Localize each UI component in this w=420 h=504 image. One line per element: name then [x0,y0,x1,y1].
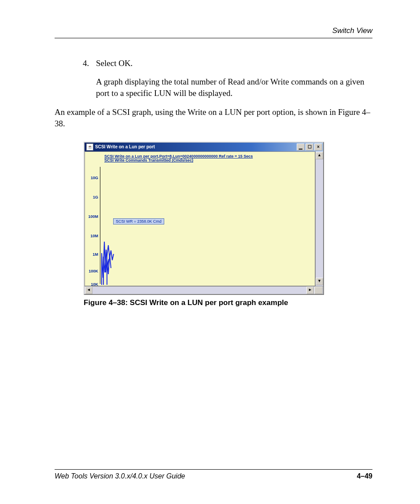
section-name: Switch View [55,26,372,35]
maximize-button[interactable]: ☐ [306,143,313,151]
figure-window: ☕ SCSI Write on a Lun per port ▁ ☐ × SCS… [84,142,324,295]
window-titlebar[interactable]: ☕ SCSI Write on a Lun per port ▁ ☐ × [85,143,323,151]
scsi-graph-window: ☕ SCSI Write on a Lun per port ▁ ☐ × SCS… [84,142,324,295]
vertical-scrollbar[interactable]: ▲ ▼ [315,151,323,286]
page-footer: Web Tools Version 3.0.x/4.0.x User Guide… [55,469,372,480]
step-text: Select OK. [96,59,133,68]
example-intro: An example of a SCSI graph, using the Wr… [55,107,372,129]
y-tick: 10K [86,282,98,286]
scrollbar-corner [314,287,323,294]
step-number: 4. [83,59,96,68]
y-axis-line [100,167,100,284]
chart-area: SCSI Write on a Lun per port,Port=8,Lun=… [85,151,315,286]
scroll-down-button[interactable]: ▼ [316,278,323,285]
figure-caption: Figure 4–38: SCSI Write on a LUN per por… [84,298,372,307]
y-tick: 1G [86,195,98,199]
horizontal-scrollbar[interactable]: ◄ ► [85,286,323,294]
scroll-left-button[interactable]: ◄ [85,287,92,294]
footer-page-number: 4–49 [357,472,372,480]
scroll-right-button[interactable]: ► [306,287,314,294]
y-tick: 100K [86,269,98,273]
minimize-button[interactable]: ▁ [297,143,305,151]
java-icon: ☕ [86,143,93,151]
footer-guide-title: Web Tools Version 3.0.x/4.0.x User Guide [55,472,357,480]
chart-subheader: SCSI Write on a Lun per port,Port=8,Lun=… [104,155,253,163]
scroll-up-button[interactable]: ▲ [316,152,323,159]
page-header: Switch View [55,26,372,38]
y-tick: 1M [86,252,98,257]
chart-sub-line2: SCSI Write Commands Transmitted (Cmds/se… [104,158,193,162]
close-button[interactable]: × [314,143,322,151]
chart-sub-line1: SCSI Write on a Lun per port,Port=8,Lun=… [104,154,253,158]
y-tick: 10G [86,176,98,180]
window-title: SCSI Write on a Lun per port [95,144,155,149]
chart-trace [101,167,136,286]
step-description: A graph displaying the total number of R… [96,76,372,99]
y-tick: 100M [86,214,98,219]
numbered-step: 4.Select OK. A graph displaying the tota… [55,59,372,99]
y-tick: 10M [86,234,98,238]
